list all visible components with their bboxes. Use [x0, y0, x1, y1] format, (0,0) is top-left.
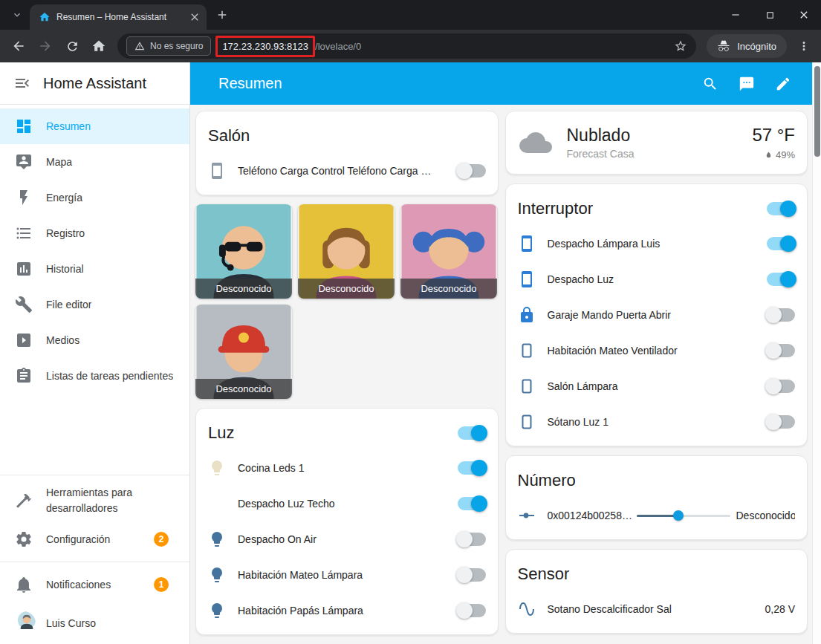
weather-state: Nublado: [567, 126, 635, 146]
browser-menu-button[interactable]: [793, 35, 815, 57]
person-badge-1[interactable]: Desconocido: [195, 204, 292, 299]
lightbulb-icon: [208, 459, 226, 477]
toggle-luz-all[interactable]: [458, 426, 486, 440]
sidebar-header: Home Assistant: [0, 62, 189, 105]
sidebar-item-notificaciones[interactable]: Notificaciones 1: [0, 567, 189, 602]
entity-name: Teléfono Carga Control Teléfono Carga …: [238, 165, 449, 177]
toggle-mateo-ventilador[interactable]: [767, 344, 795, 357]
weather-card[interactable]: Nublado Forecast Casa 57 °F 49%: [505, 111, 808, 175]
sidebar-item-registro[interactable]: Registro: [0, 215, 189, 251]
toggle-interruptor-all[interactable]: [767, 202, 795, 215]
toggle-despacho-luz[interactable]: [767, 273, 795, 286]
sidebar-item-file-editor[interactable]: File editor: [0, 287, 189, 322]
sidebar-item-historial[interactable]: Historial: [0, 251, 189, 287]
address-bar[interactable]: No es seguro 172.23.230.93:8123 /lovelac…: [117, 33, 696, 59]
slider-thumb[interactable]: [673, 510, 684, 521]
reload-button[interactable]: [59, 33, 85, 59]
tab-close-icon[interactable]: [189, 11, 201, 23]
security-chip[interactable]: No es seguro: [126, 36, 211, 56]
scrollbar[interactable]: [812, 62, 821, 644]
toggle-telefono-carga[interactable]: [458, 164, 486, 178]
maximize-button[interactable]: [753, 0, 787, 30]
entity-row-garaje-mando[interactable]: Garaje Mando Puerta Abrir: [506, 297, 808, 333]
forward-button[interactable]: [33, 33, 58, 59]
user-avatar: [12, 611, 36, 635]
edit-dashboard-icon[interactable]: [775, 76, 791, 92]
entity-row-despacho-on-air[interactable]: Despacho On Air: [196, 521, 498, 557]
toggle-cocina-leds[interactable]: [458, 461, 486, 475]
tab-strip: Resumen – Home Assistant: [0, 0, 821, 30]
entity-row-telefono[interactable]: Teléfono Carga Control Teléfono Carga …: [196, 153, 498, 189]
assist-chat-icon[interactable]: [739, 76, 755, 92]
person-badge-4[interactable]: Desconocido: [195, 305, 292, 399]
sidebar-item-mapa[interactable]: Mapa: [0, 144, 189, 180]
sidebar-item-label: Configuración: [46, 533, 110, 545]
luz-card: Luz Cocina Leds 1 Despacho Luz Techo: [195, 408, 499, 635]
entity-row-descalcificador[interactable]: Sotano Descalcificador Sal 0,28 V: [506, 591, 808, 627]
sidebar: Home Assistant Resumen Mapa Energía Regi…: [0, 62, 190, 644]
back-button[interactable]: [6, 33, 31, 59]
person-state-label: Desconocido: [400, 279, 497, 299]
minimize-button[interactable]: [718, 0, 753, 30]
toggle-salon-lampara[interactable]: [767, 380, 795, 393]
search-icon[interactable]: [702, 76, 718, 92]
sidebar-item-medios[interactable]: Medios: [0, 322, 189, 358]
bookmark-star-icon[interactable]: [674, 39, 687, 53]
home-button[interactable]: [86, 33, 111, 59]
entity-row-mateo-ventilador[interactable]: Habitación Mateo Ventilador: [506, 333, 808, 368]
interruptor-card: Interruptor Despacho Lámpara Luis Despac…: [505, 183, 808, 446]
toggle-habitacion-papas-lampara[interactable]: [458, 604, 486, 617]
entity-name: Despacho Luz: [548, 273, 759, 285]
sidebar-item-label: Notificaciones: [46, 579, 111, 591]
toggle-despacho-on-air[interactable]: [458, 533, 486, 546]
warning-icon: [134, 41, 145, 51]
toggle-despacho-lampara-luis[interactable]: [767, 237, 795, 250]
sidebar-item-profile[interactable]: Luis Curso: [0, 602, 189, 644]
lock-icon: [518, 306, 536, 324]
toggle-sotano-luz[interactable]: [767, 415, 795, 429]
scrollbar-thumb[interactable]: [814, 66, 820, 157]
home-assistant-favicon: [39, 11, 51, 23]
person-state-label: Desconocido: [195, 279, 292, 299]
person-badge-2[interactable]: Desconocido: [298, 204, 395, 299]
sidebar-item-resumen[interactable]: Resumen: [0, 108, 189, 144]
sidebar-item-label: Historial: [46, 263, 84, 275]
entity-row-cocina-leds[interactable]: Cocina Leds 1: [196, 450, 498, 486]
entity-name: Sotano Descalcificador Sal: [548, 603, 759, 615]
sidebar-item-configuracion[interactable]: Configuración 2: [0, 521, 189, 557]
devtools-icon: [15, 492, 33, 510]
sidebar-toggle-icon[interactable]: [13, 74, 31, 92]
entity-row-numero[interactable]: 0x00124b00258… Desconocido: [506, 498, 808, 533]
weather-temperature: 57 °F: [752, 125, 795, 146]
entity-name: Salón Lámpara: [548, 380, 759, 392]
left-column: Salón Teléfono Carga Control Teléfono Ca…: [195, 111, 499, 644]
entity-name: Sótano Luz 1: [548, 416, 759, 428]
window-close-button[interactable]: [787, 0, 821, 30]
browser-tab[interactable]: Resumen – Home Assistant: [30, 4, 207, 30]
new-tab-button[interactable]: [212, 5, 232, 25]
slider-icon: [518, 507, 536, 524]
card-title: Interruptor: [518, 198, 594, 220]
person-badge-3[interactable]: Desconocido: [400, 204, 497, 299]
entity-row-salon-lampara[interactable]: Salón Lámpara: [506, 368, 808, 404]
toggle-garaje-mando[interactable]: [767, 308, 795, 322]
number-slider[interactable]: [637, 509, 730, 522]
sidebar-item-energia[interactable]: Energía: [0, 180, 189, 215]
sidebar-item-devtools[interactable]: Herramientas para desarrolladores: [0, 480, 189, 521]
entity-row-despacho-luz-techo[interactable]: Despacho Luz Techo: [196, 486, 498, 521]
entity-row-despacho-lampara-luis[interactable]: Despacho Lámpara Luis: [506, 226, 808, 261]
tab-search-button[interactable]: [7, 5, 27, 25]
toggle-despacho-luz-techo[interactable]: [458, 497, 486, 510]
entity-name: Habitación Mateo Lámpara: [238, 569, 449, 581]
security-chip-label: No es seguro: [150, 41, 203, 51]
media-icon: [15, 331, 33, 349]
sidebar-item-label: Medios: [46, 334, 79, 346]
sidebar-item-todo[interactable]: Listas de tareas pendientes: [0, 358, 189, 394]
toggle-habitacion-mateo-lampara[interactable]: [458, 568, 486, 582]
sidebar-divider: [0, 562, 189, 562]
right-column: Nublado Forecast Casa 57 °F 49% Interrup…: [505, 111, 808, 643]
entity-row-habitacion-mateo-lampara[interactable]: Habitación Mateo Lámpara: [196, 557, 498, 593]
entity-row-despacho-luz[interactable]: Despacho Luz: [506, 261, 808, 297]
entity-row-sotano-luz[interactable]: Sótano Luz 1: [506, 404, 808, 440]
entity-row-habitacion-papas-lampara[interactable]: Habitación Papás Lámpara: [196, 593, 498, 628]
